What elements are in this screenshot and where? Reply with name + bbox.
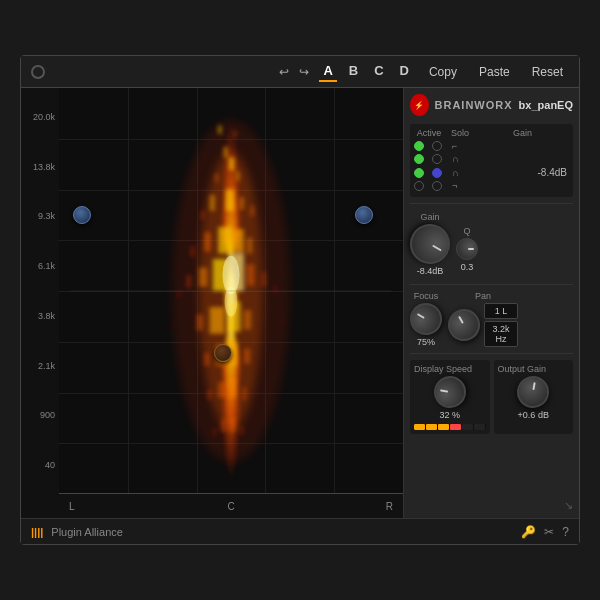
output-gain-knob[interactable] [515,373,552,410]
preset-b[interactable]: B [345,61,362,82]
band-1-solo[interactable] [432,141,442,151]
svg-rect-31 [244,349,250,364]
svg-rect-22 [186,275,191,288]
svg-rect-36 [220,419,226,432]
preset-selector: A B C D [319,61,413,82]
solo-col-header: Solo [448,128,472,138]
svg-rect-40 [178,291,181,297]
svg-rect-2 [218,125,221,134]
pan-label: Pan [448,291,518,301]
band-3-type-icon: ∩ [452,168,458,178]
brand-name: BRAINWORX [435,99,513,111]
active-col-header: Active [414,128,444,138]
band-3-solo[interactable] [432,168,442,178]
freq-value: 3.2k Hz [484,321,518,347]
meter-bar-3 [438,424,449,430]
eq-band-3-knob[interactable] [214,344,232,362]
gain-value-display: -8.4dB [417,266,444,276]
display-speed-knob[interactable] [431,373,468,410]
band-2-active[interactable] [414,154,424,164]
key-icon[interactable]: 🔑 [521,525,536,539]
svg-rect-30 [204,353,209,366]
svg-rect-16 [247,238,252,254]
band-row-4: ¬ [414,181,569,191]
status-bar-right: 🔑 ✂ ? [521,525,569,539]
preset-c[interactable]: C [370,61,387,82]
divider-1 [410,203,573,204]
svg-rect-14 [218,227,231,254]
eq-band-2-knob[interactable] [355,206,373,224]
svg-rect-23 [261,272,266,287]
gain-knob-group: Gain -8.4dB [410,212,450,276]
main-content: 20.0k 13.8k 9.3k 6.1k 3.8k 2.1k 900 40 [21,88,579,518]
spectrogram-display [59,88,403,494]
settings-icon[interactable]: ✂ [544,525,554,539]
svg-rect-41 [274,286,277,293]
focus-value: 75% [417,337,435,347]
output-gain-value: +0.6 dB [518,410,549,420]
pan-knob[interactable] [442,303,486,347]
eq-canvas[interactable] [59,88,403,494]
brand-header: ⚡ BRAINWORX bx_panEQ [410,94,573,120]
band-2-solo[interactable] [432,154,442,164]
right-panel: ⚡ BRAINWORX bx_panEQ Active Solo Gain ⌐ [404,88,579,518]
copy-button[interactable]: Copy [423,63,463,81]
paste-button[interactable]: Paste [473,63,516,81]
center-channel-label: C [227,501,234,512]
band-4-active[interactable] [414,181,424,191]
band-2-type-icon: ∩ [452,154,458,164]
svg-rect-10 [240,197,244,210]
svg-rect-38 [213,428,216,437]
band-row-2: ∩ [414,154,569,164]
display-speed-box: Display Speed 32 % [410,360,490,434]
eq-display: 20.0k 13.8k 9.3k 6.1k 3.8k 2.1k 900 40 [21,88,404,518]
gain-label: Gain [420,212,439,222]
svg-rect-34 [207,389,211,400]
power-button[interactable] [31,65,45,79]
help-icon[interactable]: ? [562,525,569,539]
pan-section: Pan 1 L 3.2k Hz [448,291,518,347]
bands-list: ⌐ ∩ ∩ -8.4dB [414,141,569,193]
meter-bar-2 [426,424,437,430]
svg-rect-5 [229,157,234,170]
band-1-active[interactable] [414,141,424,151]
svg-rect-3 [234,131,236,137]
resize-icon[interactable]: ↘ [564,499,573,512]
gain-knob[interactable] [403,217,458,272]
display-output-section: Display Speed 32 % Output Gain [410,360,573,434]
svg-rect-6 [215,173,218,182]
eq-band-1-knob[interactable] [73,206,91,224]
band-3-active[interactable] [414,168,424,178]
meter-bar-5 [462,424,473,430]
divider-3 [410,353,573,354]
eq-bands-section: Active Solo Gain ⌐ [410,124,573,197]
band-4-solo[interactable] [432,181,442,191]
freq-labels: 20.0k 13.8k 9.3k 6.1k 3.8k 2.1k 900 40 [21,88,59,494]
band-1-type-icon: ⌐ [452,141,457,151]
svg-rect-39 [240,426,244,436]
svg-rect-15 [233,229,244,253]
company-name: Plugin Alliance [51,526,123,538]
redo-button[interactable]: ↪ [299,65,309,79]
svg-rect-7 [236,171,239,181]
left-channel-label: L [69,501,75,512]
q-knob[interactable] [456,238,478,260]
svg-rect-9 [226,190,235,211]
bands-header: Active Solo Gain [414,128,569,138]
freq-20k: 20.0k [21,112,59,122]
preset-d[interactable]: D [396,61,413,82]
brand-logo: ⚡ [410,94,429,116]
preset-a[interactable]: A [319,61,336,82]
svg-rect-17 [190,246,194,257]
focus-knob[interactable] [404,297,448,341]
band-3-gain: -8.4dB [462,167,569,178]
toolbar-nav: ↩ ↪ A B C D Copy Paste Reset [279,61,569,82]
svg-rect-26 [197,315,203,331]
plugin-window: ↩ ↪ A B C D Copy Paste Reset 20.0k 13.8k… [20,55,580,545]
undo-button[interactable]: ↩ [279,65,289,79]
svg-rect-42 [172,323,174,328]
output-gain-label: Output Gain [498,364,547,374]
company-logo: |||| [31,526,43,538]
svg-rect-27 [244,310,251,329]
reset-button[interactable]: Reset [526,63,569,81]
